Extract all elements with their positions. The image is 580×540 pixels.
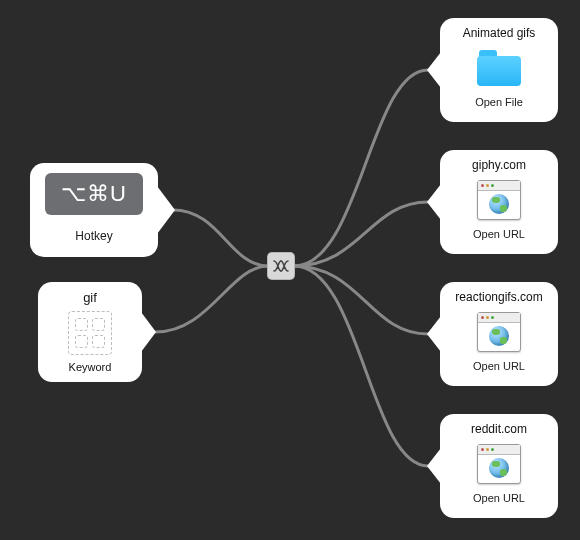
junction-icon [272,257,290,275]
output-action: Open URL [446,492,552,504]
output-action: Open URL [446,228,552,240]
browser-url-icon [476,441,522,487]
hotkey-combo: ⌥⌘U [45,173,143,215]
output-title: reddit.com [446,422,552,436]
output-action: Open URL [446,360,552,372]
keyword-grid-icon [68,311,112,355]
output-title: Animated gifs [446,26,552,40]
browser-url-icon [476,177,522,223]
output-action: Open File [446,96,552,108]
output-node-reactiongifs[interactable]: reactiongifs.com Open URL [440,282,558,386]
junction-node[interactable] [267,252,295,280]
hotkey-node[interactable]: ⌥⌘U Hotkey [30,163,158,257]
output-node-reddit[interactable]: reddit.com Open URL [440,414,558,518]
hotkey-label: Hotkey [30,229,158,243]
keyword-node[interactable]: gif Keyword [38,282,142,382]
keyword-label: Keyword [38,361,142,373]
folder-icon [476,45,522,91]
output-node-giphy[interactable]: giphy.com Open URL [440,150,558,254]
output-title: giphy.com [446,158,552,172]
browser-url-icon [476,309,522,355]
output-node-animated-gifs[interactable]: Animated gifs Open File [440,18,558,122]
keyword-text: gif [38,290,142,305]
output-title: reactiongifs.com [446,290,552,304]
